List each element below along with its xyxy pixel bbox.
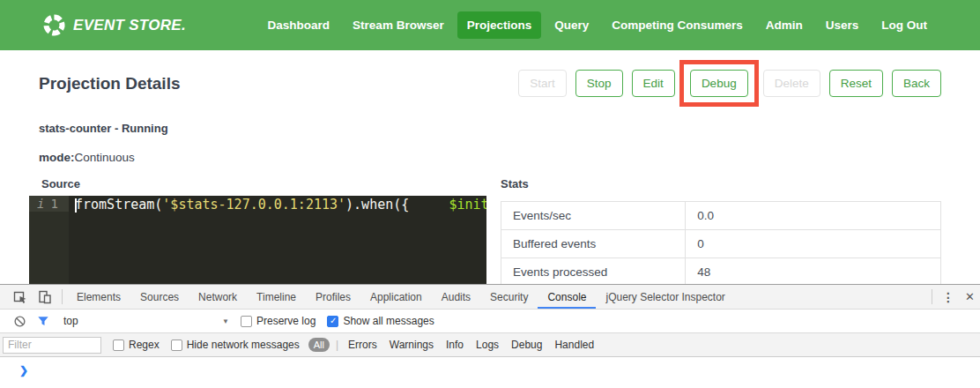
stats-row: Events processed 48 [501,258,940,287]
nav-item[interactable]: Competing Consumers [602,11,753,39]
hide-network-label: Hide network messages [187,339,300,351]
console-output-area[interactable]: ❯ [0,357,980,377]
show-all-messages-checkbox[interactable] [327,316,338,327]
mode-value: Continuous [75,151,135,164]
app-window: EVENT STORE. Dashboard Stream Browser Pr… [0,0,980,388]
page-title: Projection Details [39,74,181,93]
code-token [409,197,449,213]
filter-level-item[interactable]: Logs [476,339,499,351]
devtools-tab[interactable]: Elements [67,285,130,309]
action-button[interactable]: Stop [575,70,623,97]
filter-level-item[interactable]: Debug [511,339,542,351]
devtools-tab[interactable]: jQuery Selector Inspector [596,285,734,309]
nav-item[interactable]: Admin [756,11,813,39]
devtools-tab[interactable]: Sources [130,285,189,309]
eventstore-ring-icon [42,13,66,37]
stats-table: Events/sec 0.0 Buffered events 0 Events … [501,201,941,290]
filter-icon[interactable] [32,315,55,327]
action-button-wrap: Edit [632,70,675,97]
nav-item[interactable]: Users [816,11,869,39]
action-button-wrap: Delete [763,70,820,97]
filter-level-item[interactable]: Info [446,339,464,351]
editor-gutter: i1 [29,196,69,295]
stat-value: 0.0 [686,202,940,229]
show-all-messages-group: Show all messages [327,315,434,327]
stats-heading: Stats [501,177,941,190]
filter-level-item[interactable]: Errors [348,339,377,351]
nav-item[interactable]: Log Out [872,11,937,39]
frame-context-select[interactable]: top ▼ [63,315,229,327]
devtools-tab[interactable]: Console [538,285,596,309]
projection-status: stats-counter - Running [39,122,941,135]
device-toolbar-icon[interactable] [33,285,57,309]
devtools-tab[interactable]: Timeline [247,285,306,309]
action-button[interactable]: Debug [690,70,748,97]
filter-input[interactable] [3,337,101,354]
stat-value: 48 [686,258,940,286]
stat-label: Buffered events [501,230,686,257]
regex-checkbox[interactable] [113,340,124,351]
action-button[interactable]: Back [892,70,941,97]
preserve-log-label: Preserve log [256,315,316,327]
action-button-wrap: Stop [575,70,623,97]
filter-level-item[interactable]: Handled [554,339,594,351]
devtools-tab[interactable]: Security [480,285,538,309]
code-token: '$stats-127.0.0.1:2113' [162,197,345,213]
inspect-element-icon[interactable] [8,285,33,309]
clear-console-icon[interactable] [8,315,32,328]
source-code-editor[interactable]: i1 fromStream('$stats-127.0.0.1:2113').w… [29,196,486,295]
preserve-log-group: Preserve log [241,315,316,327]
mode-label: mode: [39,151,75,164]
preserve-log-checkbox[interactable] [241,316,252,327]
console-filter-bar: Regex Hide network messages All | Errors… [0,333,980,357]
stat-label: Events/sec [501,202,686,229]
devtools-tab[interactable]: Profiles [306,285,360,309]
devtools-tab[interactable]: Network [189,285,247,309]
hide-network-group: Hide network messages [171,339,300,351]
title-row: Projection Details Start Stop Edit [39,69,941,98]
tabbar-right-controls: ⋮ ✕ [927,285,980,309]
code-token: $init: [449,197,486,213]
tabbar-separator [62,289,63,304]
stats-row: Buffered events 0 [501,230,940,258]
line-number: 1 [50,197,57,211]
regex-group: Regex [113,339,160,351]
brand-text: EVENT STORE. [73,17,186,34]
filter-levels: Errors Warnings Info Logs Debug Handled [342,339,600,351]
filter-separator: | [336,339,338,351]
filter-level-item[interactable]: Warnings [390,339,434,351]
console-prompt-chevron[interactable]: ❯ [19,364,28,377]
action-button-wrap: Start [518,70,567,97]
projection-mode: mode:Continuous [39,151,941,164]
action-button-wrap: Reset [829,70,883,97]
action-button-wrap: Debug [679,60,759,107]
devtools-tabs: Elements Sources Network Timeline Profil… [67,285,735,309]
nav-item[interactable]: Projections [457,11,542,39]
action-buttons: Start Stop Edit Debug Delete [518,70,941,97]
brand-logo[interactable]: EVENT STORE. [42,13,186,37]
devtools-tab[interactable]: Application [360,285,432,309]
tabbar-right-separator [932,289,932,304]
annotation-info-icon: i [37,197,44,211]
code-token: ).when({ [345,197,409,213]
devtools-tab[interactable]: Audits [432,285,480,309]
nav-item[interactable]: Dashboard [258,11,340,39]
console-toolbar: top ▼ Preserve log Show all messages [0,310,980,333]
stats-section: Stats Events/sec 0.0 Buffered events 0 [501,177,941,295]
devtools-close-icon[interactable]: ✕ [960,285,980,309]
source-section: Source i1 fromStream('$stats-127.0.0.1:2… [29,177,486,295]
action-button[interactable]: Start [518,70,567,97]
devtools-menu-icon[interactable]: ⋮ [937,285,960,309]
action-button[interactable]: Edit [632,70,675,97]
action-button-wrap: Back [892,70,941,97]
nav-item[interactable]: Stream Browser [343,11,454,39]
nav-item[interactable]: Query [545,11,598,39]
details-columns: Source i1 fromStream('$stats-127.0.0.1:2… [29,177,941,295]
action-button[interactable]: Delete [763,70,820,97]
regex-label: Regex [129,339,160,351]
code-line[interactable]: fromStream('$stats-127.0.0.1:2113').when… [69,196,486,295]
filter-all-badge[interactable]: All [308,338,330,352]
hide-network-checkbox[interactable] [171,340,182,351]
action-button[interactable]: Reset [829,70,883,97]
stat-label: Events processed [501,258,686,286]
